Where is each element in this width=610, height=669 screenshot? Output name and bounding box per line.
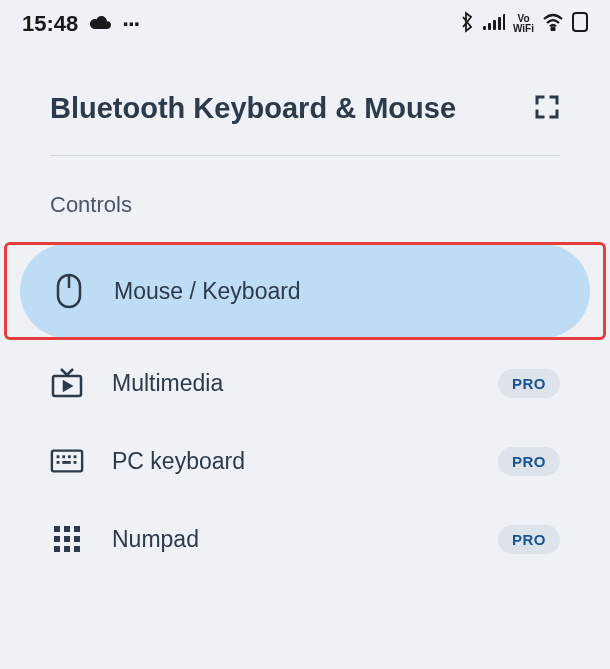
keyboard-icon xyxy=(50,444,84,478)
svg-rect-23 xyxy=(74,536,80,542)
tv-play-icon xyxy=(50,366,84,400)
fullscreen-icon[interactable] xyxy=(534,94,560,124)
svg-rect-21 xyxy=(54,536,60,542)
status-left: 15:48 ··· xyxy=(22,10,139,38)
list-item-numpad[interactable]: Numpad PRO xyxy=(10,500,600,578)
svg-rect-26 xyxy=(74,546,80,552)
more-icon: ··· xyxy=(122,10,139,38)
list-item-multimedia[interactable]: Multimedia PRO xyxy=(10,344,600,422)
vowifi-icon: VoWiFi xyxy=(513,14,534,34)
svg-rect-13 xyxy=(68,455,71,458)
pro-badge: PRO xyxy=(498,369,560,398)
status-right: VoWiFi xyxy=(459,11,588,37)
svg-rect-12 xyxy=(62,455,65,458)
svg-rect-11 xyxy=(57,455,60,458)
list-item-mouse-keyboard[interactable]: Mouse / Keyboard xyxy=(20,244,590,338)
svg-rect-19 xyxy=(64,526,70,532)
svg-rect-20 xyxy=(74,526,80,532)
svg-rect-16 xyxy=(62,461,71,464)
mouse-icon xyxy=(52,274,86,308)
svg-rect-24 xyxy=(54,546,60,552)
page-title: Bluetooth Keyboard & Mouse xyxy=(50,92,456,125)
svg-rect-22 xyxy=(64,536,70,542)
list-item-pc-keyboard[interactable]: PC keyboard PRO xyxy=(10,422,600,500)
svg-rect-0 xyxy=(483,26,486,30)
svg-rect-1 xyxy=(488,23,491,30)
svg-rect-3 xyxy=(498,17,501,30)
svg-rect-4 xyxy=(503,14,505,30)
controls-list: Mouse / Keyboard Multimedia PRO PC keybo… xyxy=(0,244,610,578)
numpad-icon xyxy=(50,522,84,556)
pro-badge: PRO xyxy=(498,447,560,476)
header: Bluetooth Keyboard & Mouse xyxy=(0,42,610,155)
svg-point-5 xyxy=(552,28,555,31)
status-bar: 15:48 ··· VoWiFi xyxy=(0,0,610,42)
item-label: Numpad xyxy=(112,526,470,553)
wifi-icon xyxy=(542,13,564,35)
svg-rect-25 xyxy=(64,546,70,552)
status-time: 15:48 xyxy=(22,11,78,37)
signal-icon xyxy=(483,13,505,35)
svg-rect-18 xyxy=(54,526,60,532)
item-label: Mouse / Keyboard xyxy=(114,278,558,305)
pro-badge: PRO xyxy=(498,525,560,554)
svg-rect-6 xyxy=(573,13,587,31)
svg-rect-2 xyxy=(493,20,496,30)
battery-icon xyxy=(572,12,588,36)
cloud-icon xyxy=(88,14,112,34)
section-label: Controls xyxy=(0,156,610,238)
bluetooth-icon xyxy=(459,11,475,37)
svg-rect-15 xyxy=(57,461,60,464)
item-label: Multimedia xyxy=(112,370,470,397)
item-label: PC keyboard xyxy=(112,448,470,475)
svg-rect-17 xyxy=(74,461,77,464)
svg-rect-14 xyxy=(74,455,77,458)
